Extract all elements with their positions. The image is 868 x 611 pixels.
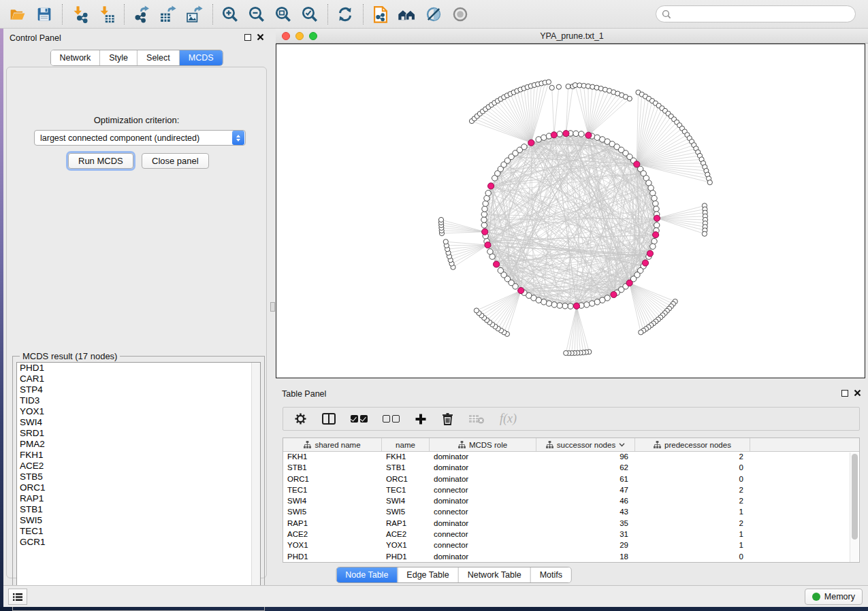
show-column-icon[interactable]	[322, 413, 336, 425]
cell-MCDS-role: dominator	[430, 518, 536, 529]
table-row[interactable]: SWI4SWI4dominator462	[283, 496, 859, 507]
splitter-handle[interactable]	[270, 302, 275, 312]
result-item[interactable]: SRD1	[17, 428, 260, 439]
column-header-filler	[750, 438, 859, 451]
table-settings-gear-icon[interactable]	[294, 412, 307, 425]
search-input[interactable]	[675, 10, 850, 19]
tab-style[interactable]: Style	[99, 50, 137, 65]
table-scrollbar[interactable]	[850, 452, 858, 562]
cell-shared-name: YOX1	[283, 540, 382, 551]
result-item[interactable]: GCR1	[17, 537, 260, 548]
optimization-criterion-dropdown[interactable]: largest connected component (undirected)	[34, 130, 246, 146]
network-document-icon[interactable]	[370, 3, 391, 26]
refresh-icon[interactable]	[334, 3, 356, 26]
close-table-panel-icon[interactable]	[854, 389, 861, 397]
cell-successor-nodes: 29	[536, 540, 635, 551]
tab-network-table[interactable]: Network Table	[458, 567, 530, 582]
save-icon[interactable]	[33, 3, 55, 26]
list-icon	[12, 593, 23, 601]
table-row[interactable]: RAP1RAP1dominator352	[283, 518, 859, 529]
column-header-MCDS-role[interactable]: MCDS role	[430, 438, 536, 451]
float-panel-icon[interactable]	[244, 34, 251, 41]
table-row[interactable]: ORC1ORC1dominator610	[283, 474, 859, 485]
select-all-icon[interactable]	[351, 415, 368, 423]
tab-node-table[interactable]: Node Table	[336, 567, 397, 582]
result-list-scrollbar[interactable]	[251, 363, 260, 605]
add-column-icon[interactable]	[415, 413, 427, 425]
tab-mcds[interactable]: MCDS	[179, 50, 223, 65]
cell-name: RAP1	[382, 518, 430, 529]
dropdown-stepper-icon	[232, 131, 244, 145]
table-row[interactable]: TEC1TEC1connector472	[283, 485, 859, 496]
column-header-shared-name[interactable]: shared name	[283, 438, 382, 451]
result-item[interactable]: RAP1	[17, 493, 260, 504]
cell-shared-name: TEC1	[283, 485, 382, 496]
open-file-icon[interactable]	[7, 3, 29, 26]
export-table-icon[interactable]	[157, 3, 179, 26]
desktop: Control Panel Optimization criterion: la…	[0, 0, 868, 611]
zoom-in-icon[interactable]	[219, 3, 241, 26]
export-image-icon[interactable]	[184, 3, 206, 26]
column-header-successor-nodes[interactable]: successor nodes	[536, 438, 635, 451]
cell-shared-name: FKH1	[283, 452, 382, 463]
export-network-icon[interactable]	[131, 3, 152, 26]
result-item[interactable]: ACE2	[17, 461, 260, 472]
table-row[interactable]: FKH1FKH1dominator962	[283, 452, 859, 463]
table-scrollbar-thumb[interactable]	[852, 454, 858, 540]
cell-predecessor-nodes: 0	[635, 552, 750, 563]
result-item[interactable]: PMA2	[17, 439, 260, 450]
cell-predecessor-nodes: 2	[635, 485, 750, 496]
result-item[interactable]: SWI4	[17, 417, 260, 428]
column-header-name[interactable]: name	[382, 438, 430, 451]
close-panel-icon[interactable]	[257, 33, 264, 41]
cell-predecessor-nodes: 1	[635, 540, 750, 551]
cell-successor-nodes: 46	[536, 496, 635, 507]
result-item[interactable]: SWI5	[17, 515, 260, 526]
tab-select[interactable]: Select	[137, 50, 179, 65]
memory-button[interactable]: Memory	[805, 589, 863, 605]
table-row[interactable]: PHD1PHD1dominator180	[283, 552, 859, 563]
zoom-fit-icon[interactable]	[272, 3, 294, 26]
result-item[interactable]: CAR1	[17, 374, 260, 384]
network-graph[interactable]	[276, 44, 865, 378]
tab-motifs[interactable]: Motifs	[530, 567, 571, 582]
tab-edge-table[interactable]: Edge Table	[397, 567, 457, 582]
result-item[interactable]: STP4	[17, 384, 260, 395]
close-panel-button[interactable]: Close panel	[142, 153, 209, 169]
cell-MCDS-role: connector	[430, 485, 536, 496]
cell-name: STB1	[382, 463, 430, 474]
network-window-titlebar[interactable]: YPA_prune.txt_1	[276, 29, 868, 44]
result-item[interactable]: FKH1	[17, 450, 260, 461]
result-item[interactable]: STB5	[17, 472, 260, 482]
tab-network[interactable]: Network	[50, 50, 99, 65]
task-history-button[interactable]	[8, 589, 27, 605]
import-network-icon[interactable]	[69, 3, 91, 26]
cell-successor-nodes: 31	[536, 529, 635, 540]
delete-column-icon[interactable]	[442, 412, 453, 425]
result-item[interactable]: ORC1	[17, 482, 260, 493]
hide-graphics-details-icon[interactable]	[423, 3, 445, 26]
zoom-selected-icon[interactable]	[299, 3, 321, 26]
table-row[interactable]: SWI5SWI5connector431	[283, 507, 859, 518]
import-table-icon[interactable]	[95, 3, 117, 26]
run-mcds-button[interactable]: Run MCDS	[68, 153, 133, 169]
zoom-out-icon[interactable]	[246, 3, 268, 26]
result-item[interactable]: TID3	[17, 395, 260, 406]
home-networks-icon[interactable]	[396, 3, 418, 26]
deselect-all-icon[interactable]	[383, 415, 400, 423]
result-item[interactable]: TEC1	[17, 526, 260, 537]
show-graphics-details-icon[interactable]	[449, 3, 471, 26]
result-item[interactable]: YOX1	[17, 406, 260, 417]
table-row[interactable]: STB1STB1dominator620	[283, 463, 859, 474]
cell-predecessor-nodes: 0	[635, 463, 750, 474]
table-row[interactable]: ACE2ACE2connector311	[283, 529, 859, 540]
result-item[interactable]: PHD1	[17, 363, 260, 374]
vertical-splitter[interactable]	[270, 29, 276, 585]
cell-shared-name: STB1	[283, 463, 382, 474]
column-header-predecessor-nodes[interactable]: predecessor nodes	[635, 438, 750, 451]
result-item[interactable]: STB1	[17, 504, 260, 515]
mcds-result-title: MCDS result (17 nodes)	[20, 351, 120, 361]
network-view[interactable]	[276, 44, 865, 378]
table-row[interactable]: YOX1YOX1connector291	[283, 540, 859, 551]
float-table-panel-icon[interactable]	[841, 390, 848, 397]
